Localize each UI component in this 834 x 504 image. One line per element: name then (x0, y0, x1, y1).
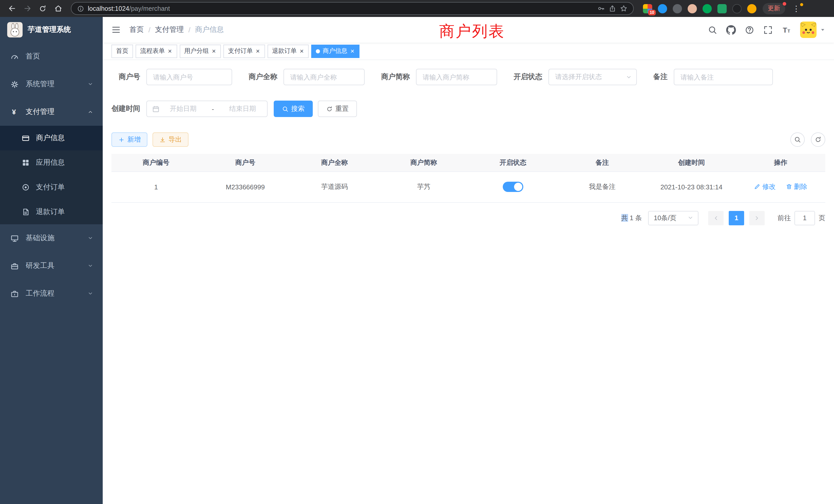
browser-menu-icon[interactable]: ⋮ (790, 4, 802, 13)
user-menu[interactable] (800, 22, 826, 38)
sidebar-item-label: 研发工具 (26, 261, 54, 271)
calendar-icon (152, 105, 160, 113)
tag-merchant-info[interactable]: 商户信息 × (311, 44, 359, 58)
form-item-create-time: 创建时间 开始日期 - 结束日期 (111, 100, 267, 117)
extension-toolbar: 10 (643, 4, 756, 13)
tag-close-icon[interactable]: × (211, 48, 216, 54)
status-toggle[interactable] (503, 182, 523, 192)
share-icon[interactable] (609, 5, 616, 12)
search-icon[interactable] (708, 25, 718, 35)
page-number-button[interactable]: 1 (729, 211, 744, 225)
merchant-short-input[interactable] (416, 69, 497, 85)
date-range-picker[interactable]: 开始日期 - 结束日期 (146, 100, 267, 117)
merchant-name-input[interactable] (284, 69, 365, 85)
extension-icon-1[interactable]: 10 (643, 4, 652, 13)
merchant-no-label: 商户号 (111, 72, 146, 82)
next-page-button[interactable] (749, 211, 765, 225)
remark-input[interactable] (674, 69, 773, 85)
export-button[interactable]: 导出 (153, 132, 189, 147)
browser-forward-button[interactable] (21, 2, 34, 15)
tag-pay-order[interactable]: 支付订单 × (223, 44, 265, 58)
search-icon (282, 106, 289, 112)
sidebar-fold-icon[interactable] (111, 25, 121, 35)
refresh-table-button[interactable] (811, 132, 825, 147)
cell-short-name: 芋艿 (379, 171, 468, 202)
breadcrumb-item[interactable]: 首页 (129, 25, 144, 35)
extension-icon-6[interactable] (718, 4, 727, 13)
sidebar-item-home[interactable]: 首页 (0, 43, 103, 70)
breadcrumb-item[interactable]: 支付管理 (155, 25, 184, 35)
form-item-merchant-short: 商户简称 (381, 69, 497, 85)
help-icon[interactable] (745, 25, 754, 35)
chevron-down-icon (87, 81, 93, 87)
merchant-table: 商户编号 商户号 商户全称 商户简称 开启状态 备注 创建时间 操作 1 (111, 154, 825, 203)
font-size-icon[interactable] (782, 25, 791, 35)
tag-home[interactable]: 首页 (111, 44, 133, 58)
pagination: 共 1 条 10条/页 1 前往 页 (111, 211, 825, 225)
status-select[interactable]: 请选择开启状态 (548, 69, 637, 85)
sidebar-item-label: 工作流程 (26, 289, 54, 298)
browser-back-button[interactable] (5, 2, 19, 15)
fullscreen-icon[interactable] (763, 25, 773, 35)
sidebar-item-workflow[interactable]: 工作流程 (0, 280, 103, 307)
site-info-icon[interactable] (77, 5, 84, 12)
sidebar-item-devtools[interactable]: 研发工具 (0, 252, 103, 280)
page-jumper: 前往 页 (777, 211, 825, 225)
prev-page-button[interactable] (708, 211, 724, 225)
edit-icon (754, 183, 761, 190)
extension-icon-2[interactable] (658, 4, 667, 13)
date-end-placeholder: 结束日期 (223, 104, 262, 113)
tag-user-group[interactable]: 用户分组 × (179, 44, 221, 58)
sidebar-subitem-pay-order[interactable]: 支付订单 (0, 175, 103, 200)
tag-close-icon[interactable]: × (350, 48, 355, 54)
record-icon (22, 183, 30, 191)
extension-icon-8[interactable] (747, 4, 756, 13)
sidebar-subitem-merchant-info[interactable]: 商户信息 (0, 126, 103, 151)
top-navbar: 首页 / 支付管理 / 商户信息 (103, 17, 834, 43)
extension-icon-4[interactable] (688, 4, 697, 13)
merchant-no-input[interactable] (146, 69, 232, 85)
delete-link[interactable]: 删除 (786, 182, 807, 191)
chevron-down-icon (87, 291, 93, 297)
table-header-row: 商户编号 商户号 商户全称 商户简称 开启状态 备注 创建时间 操作 (111, 154, 825, 171)
bookmark-star-icon[interactable] (620, 5, 628, 12)
form-item-merchant-name: 商户全称 (248, 69, 365, 85)
sidebar-subitem-refund-order[interactable]: 退款订单 (0, 200, 103, 224)
reset-button[interactable]: 重置 (318, 100, 357, 117)
sidebar-item-infra[interactable]: 基础设施 (0, 224, 103, 252)
tag-close-icon[interactable]: × (300, 48, 304, 54)
browser-home-button[interactable] (51, 2, 65, 15)
column-header: 备注 (558, 154, 647, 171)
browser-reload-button[interactable] (36, 2, 49, 15)
tag-refund-order[interactable]: 退款订单 × (267, 44, 309, 58)
main-area: 商户列表 首页 / 支付管理 / 商户信息 (103, 17, 834, 504)
password-key-icon[interactable] (597, 5, 605, 12)
status-select-placeholder: 请选择开启状态 (555, 72, 602, 82)
extension-icon-5[interactable] (703, 4, 712, 13)
github-icon[interactable] (726, 25, 736, 35)
tag-close-icon[interactable]: × (255, 48, 260, 54)
search-button[interactable]: 搜索 (274, 100, 313, 117)
tag-label: 支付订单 (228, 47, 253, 55)
show-search-toggle-button[interactable] (790, 132, 805, 147)
extension-icon-3[interactable] (673, 4, 682, 13)
search-form-row-1: 商户号 商户全称 商户简称 开启状态 请选择开启状态 (111, 69, 825, 85)
breadcrumb: 首页 / 支付管理 / 商户信息 (129, 25, 224, 35)
sidebar-item-payment[interactable]: 支付管理 (0, 98, 103, 126)
extension-icon-7[interactable] (732, 4, 742, 13)
tag-process-form[interactable]: 流程表单 × (136, 44, 177, 58)
page-size-select[interactable]: 10条/页 (648, 211, 698, 225)
url-bar[interactable]: localhost:1024/pay/merchant (71, 2, 634, 15)
add-button[interactable]: 新增 (111, 132, 147, 147)
active-tag-dot (316, 49, 320, 53)
sidebar-item-system[interactable]: 系统管理 (0, 70, 103, 98)
page-content: 商户号 商户全称 商户简称 开启状态 请选择开启状态 (103, 60, 834, 504)
browser-update-button[interactable]: 更新 (763, 3, 785, 14)
goto-page-input[interactable] (794, 211, 815, 225)
card-icon (22, 134, 30, 142)
edit-link[interactable]: 修改 (754, 182, 776, 191)
chevron-left-icon (712, 214, 720, 222)
tag-close-icon[interactable]: × (168, 48, 172, 54)
app-logo[interactable]: 芋道管理系统 (0, 17, 103, 43)
sidebar-subitem-app-info[interactable]: 应用信息 (0, 151, 103, 175)
